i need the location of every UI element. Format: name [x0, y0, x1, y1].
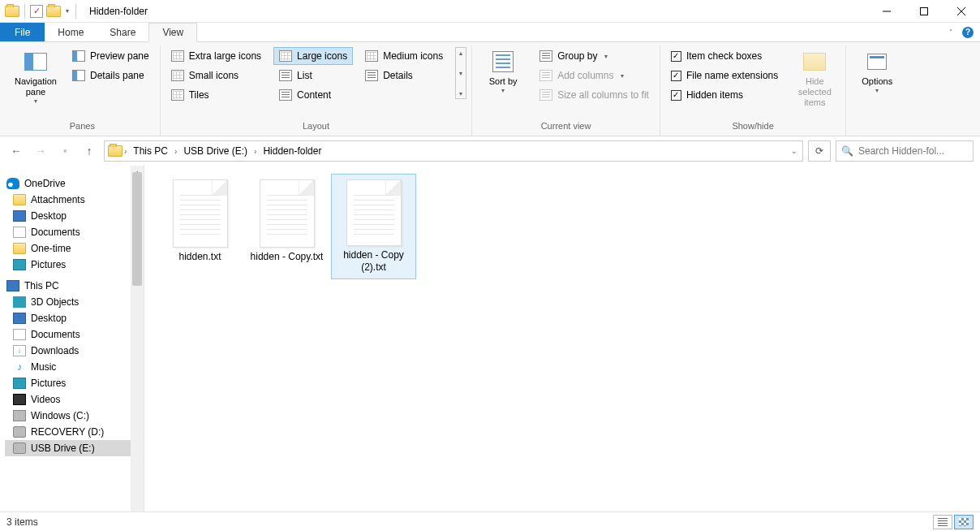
tree-item[interactable]: 3D Objects [5, 294, 144, 310]
tree-item[interactable]: ♪Music [5, 359, 144, 375]
size-columns-button[interactable]: Size all columns to fit [534, 86, 655, 104]
details-button[interactable]: Details [359, 67, 449, 84]
hide-selected-button[interactable]: Hide selected items [789, 47, 840, 109]
chevron-right-icon[interactable]: › [124, 147, 127, 156]
qat-customize-icon[interactable]: ▾ [64, 7, 71, 15]
group-label: Show/hide [732, 118, 773, 136]
help-icon[interactable]: ? [962, 27, 974, 38]
tree-item-selected[interactable]: USB Drive (E:) [5, 440, 144, 456]
tree-item[interactable]: One-time [5, 240, 144, 257]
view-tab[interactable]: View [148, 23, 197, 42]
add-columns-button[interactable]: Add columns▾ [534, 67, 655, 84]
details-pane-button[interactable]: Details pane [67, 67, 155, 84]
up-button[interactable]: ↑ [80, 141, 99, 161]
group-by-button[interactable]: Group by▾ [534, 47, 655, 65]
details-view-icon [938, 518, 948, 526]
medium-icons-button[interactable]: Medium icons [359, 47, 449, 65]
details-pane-icon [72, 70, 85, 81]
content-button[interactable]: Content [273, 86, 353, 104]
tree-onedrive[interactable]: OneDrive [5, 175, 144, 192]
qat-properties-icon[interactable]: ✓ [30, 5, 43, 18]
file-tab[interactable]: File [0, 23, 45, 41]
tree-item[interactable]: Desktop [5, 310, 144, 326]
tree-item[interactable]: Videos [5, 391, 144, 408]
small-icons-button[interactable]: Small icons [165, 67, 267, 84]
minimize-ribbon-icon[interactable]: ˄ [948, 28, 954, 36]
tiles-button[interactable]: Tiles [165, 86, 267, 104]
documents-icon [13, 329, 26, 340]
sort-by-button[interactable]: Sort by ▾ [477, 47, 529, 95]
layout-label: Extra large icons [189, 50, 261, 62]
tree-label: 3D Objects [31, 296, 79, 308]
extra-large-icons-button[interactable]: Extra large icons [165, 47, 267, 65]
file-list[interactable]: hidden.txt hidden - Copy.txt hidden - Co… [144, 166, 980, 512]
file-name: hidden - Copy.txt [251, 251, 324, 263]
menubar: File Home Share View ˄ ? [0, 23, 980, 42]
thumbnails-view-button[interactable] [954, 515, 974, 529]
list-button[interactable]: List [273, 67, 353, 84]
sizecols-icon [539, 89, 552, 101]
navigation-tree[interactable]: OneDrive Attachments Desktop Documents O… [0, 166, 144, 512]
chevron-down-icon: ▾ [32, 97, 39, 106]
file-item[interactable]: hidden - Copy.txt [244, 174, 329, 279]
search-input[interactable]: 🔍 Search Hidden-fol... [836, 140, 974, 162]
tree-scrollbar[interactable]: ▴ [131, 166, 144, 512]
maximize-button[interactable] [905, 0, 943, 23]
forward-button[interactable]: → [31, 141, 50, 161]
videos-icon [13, 394, 26, 405]
layout-gallery-scroll[interactable]: ▴▾▾ [455, 47, 466, 99]
search-icon: 🔍 [841, 145, 853, 157]
close-button[interactable] [943, 0, 980, 23]
recent-locations-button[interactable]: ▾ [55, 141, 75, 161]
options-label: Options [862, 76, 892, 87]
tree-label: Pictures [31, 378, 66, 389]
scroll-thumb[interactable] [132, 172, 142, 286]
address-bar[interactable]: › This PC › USB Drive (E:) › Hidden-fold… [104, 140, 803, 162]
breadcrumb-item[interactable]: This PC [128, 144, 173, 158]
hidden-items-toggle[interactable]: Hidden items [665, 86, 784, 104]
group-label: Layout [303, 118, 329, 136]
tree-item[interactable]: Windows (C:) [5, 408, 144, 424]
tree-thispc[interactable]: This PC [5, 278, 144, 294]
file-name-extensions-toggle[interactable]: File name extensions [665, 67, 784, 84]
tree-label: Desktop [31, 210, 67, 222]
thumbnails-view-icon [959, 518, 969, 526]
file-item-selected[interactable]: hidden - Copy (2).txt [331, 174, 416, 279]
folder-icon [13, 194, 26, 205]
tree-item[interactable]: Pictures [5, 375, 144, 391]
app-icon[interactable] [5, 6, 19, 17]
desktop-icon [13, 210, 26, 222]
size-columns-label: Size all columns to fit [557, 89, 649, 101]
chevron-right-icon[interactable]: › [174, 147, 177, 156]
tree-item[interactable]: Pictures [5, 257, 144, 273]
tree-label: Documents [31, 329, 80, 340]
back-button[interactable]: ← [6, 141, 26, 161]
large-icons-button[interactable]: Large icons [273, 47, 353, 65]
address-dropdown-icon[interactable]: ⌄ [791, 147, 797, 155]
navigation-pane-icon [24, 53, 47, 71]
tree-item[interactable]: Documents [5, 326, 144, 343]
details-view-button[interactable] [933, 515, 952, 529]
tree-item[interactable]: RECOVERY (D:) [5, 424, 144, 440]
tree-item[interactable]: Attachments [5, 192, 144, 208]
refresh-button[interactable]: ⟳ [808, 140, 831, 162]
item-check-boxes-toggle[interactable]: Item check boxes [665, 47, 784, 65]
breadcrumb-item[interactable]: Hidden-folder [258, 144, 326, 158]
preview-pane-button[interactable]: Preview pane [67, 47, 155, 65]
sort-by-label: Sort by [489, 76, 518, 87]
options-button[interactable]: Options ▾ [851, 47, 903, 95]
tree-item[interactable]: Downloads [5, 343, 144, 359]
folder-icon [13, 243, 26, 254]
navigation-pane-button[interactable]: Navigation pane ▾ [10, 47, 62, 106]
breadcrumb-item[interactable]: USB Drive (E:) [178, 144, 252, 158]
tree-item[interactable]: Documents [5, 224, 144, 240]
share-tab[interactable]: Share [97, 23, 148, 41]
file-item[interactable]: hidden.txt [157, 174, 243, 279]
minimize-button[interactable] [868, 0, 905, 23]
window-title: Hidden-folder [89, 6, 148, 17]
qat-newfolder-icon[interactable] [46, 6, 61, 17]
chevron-right-icon[interactable]: › [254, 147, 256, 156]
chevron-down-icon: ▾ [874, 87, 880, 95]
home-tab[interactable]: Home [45, 23, 97, 41]
tree-item[interactable]: Desktop [5, 208, 144, 224]
